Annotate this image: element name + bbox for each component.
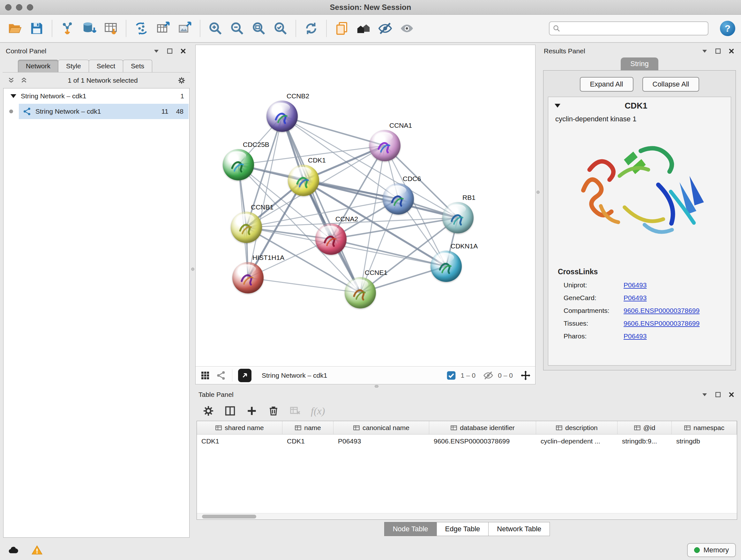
cell-name[interactable]: CDK1 (282, 437, 333, 445)
detach-view-button[interactable] (238, 369, 252, 382)
tab-node-table[interactable]: Node Table (384, 522, 437, 536)
network-node-CCNB1[interactable] (231, 212, 262, 243)
disclosure-triangle-icon[interactable] (10, 94, 16, 98)
horizontal-scrollbar[interactable] (197, 513, 737, 519)
panel-float-icon[interactable] (714, 47, 722, 55)
save-session-button[interactable] (27, 19, 46, 38)
network-node-RB1[interactable] (442, 202, 474, 233)
zoom-selected-button[interactable] (271, 19, 290, 38)
birds-eye-view-icon[interactable] (200, 370, 210, 381)
collapse-all-button[interactable]: Collapse All (643, 77, 699, 91)
tab-sets[interactable]: Sets (123, 60, 152, 72)
table-splitter[interactable] (195, 384, 738, 388)
expand-all-button[interactable]: Expand All (580, 77, 633, 91)
network-node-CCNE1[interactable] (345, 277, 376, 308)
compartments-link[interactable]: 9606.ENSP00000378699 (623, 307, 699, 314)
network-node-CDK1[interactable] (288, 165, 319, 196)
panel-collapse-icon[interactable] (701, 391, 709, 398)
gear-icon[interactable] (178, 76, 186, 84)
zoom-fit-button[interactable] (250, 19, 268, 38)
network-node-CDKN1A[interactable] (430, 251, 462, 282)
collapse-all-icon[interactable] (7, 76, 15, 84)
warnings-button[interactable] (29, 543, 45, 557)
new-network-button[interactable] (132, 19, 151, 38)
panel-collapse-icon[interactable] (152, 47, 160, 55)
panel-close-icon[interactable] (179, 47, 187, 55)
panel-close-icon[interactable] (728, 47, 735, 55)
import-table-from-file-button[interactable] (102, 19, 120, 38)
network-node-CDC6[interactable] (383, 183, 414, 214)
network-collection-row[interactable]: String Network – cdk1 1 (3, 88, 189, 104)
tissues-link[interactable]: 9606.ENSP00000378699 (623, 320, 699, 327)
zoom-in-button[interactable] (206, 19, 225, 38)
splitter-handle[interactable] (191, 267, 194, 271)
tab-network[interactable]: Network (18, 60, 58, 72)
panel-float-icon[interactable] (166, 47, 174, 55)
uniprot-link[interactable]: P06493 (623, 281, 647, 289)
network-node-CCNA2[interactable] (315, 224, 347, 255)
open-session-button[interactable] (6, 19, 24, 38)
table-settings-gear-icon[interactable] (202, 405, 214, 417)
cell-shared-name[interactable]: CDK1 (197, 437, 282, 445)
network-node-CDC25B[interactable] (223, 149, 254, 180)
column-header-name[interactable]: name (282, 421, 333, 434)
search-input[interactable] (549, 21, 709, 36)
cell-canonical-name[interactable]: P06493 (333, 437, 429, 445)
panel-float-icon[interactable] (714, 391, 722, 398)
hidden-eye-slash-icon[interactable] (483, 370, 493, 381)
selected-checkbox-icon[interactable] (446, 370, 456, 381)
cell-database-identifier[interactable]: 9606.ENSP00000378699 (429, 437, 536, 445)
import-network-from-database-button[interactable] (80, 19, 98, 38)
home-views-button[interactable] (354, 19, 373, 38)
cell-description[interactable]: cyclin–dependent ... (536, 437, 617, 445)
fit-content-crosshair-icon[interactable] (521, 370, 531, 381)
delete-column-icon[interactable] (267, 405, 280, 417)
import-network-from-file-button[interactable] (58, 19, 77, 38)
column-header-canonical-name[interactable]: canonical name (333, 421, 429, 434)
show-columns-icon[interactable] (224, 405, 236, 417)
control-splitter[interactable] (190, 45, 195, 538)
cell-id[interactable]: stringdb:9... (617, 437, 672, 445)
copy-document-button[interactable] (333, 19, 351, 38)
column-header-namespace[interactable]: namespac (672, 421, 737, 434)
panel-collapse-icon[interactable] (701, 47, 709, 55)
column-header-id[interactable]: @id (617, 421, 672, 434)
column-header-description[interactable]: description (536, 421, 617, 434)
help-button[interactable]: ? (720, 21, 735, 36)
table-row[interactable]: CDK1 CDK1 P06493 9606.ENSP00000378699 cy… (197, 435, 737, 448)
tab-string[interactable]: String (621, 57, 658, 70)
export-image-button[interactable] (176, 19, 194, 38)
tab-network-table[interactable]: Network Table (488, 522, 550, 536)
splitter-handle[interactable] (375, 385, 379, 388)
column-header-shared-name[interactable]: shared name (197, 421, 282, 434)
refresh-button[interactable] (302, 19, 320, 38)
export-table-button[interactable] (154, 19, 172, 38)
scrollbar-thumb[interactable] (202, 515, 256, 518)
network-node-HIST1H1A[interactable] (232, 262, 264, 294)
results-splitter[interactable] (536, 45, 541, 384)
disclosure-triangle-icon[interactable] (555, 104, 560, 108)
pharos-link[interactable]: P06493 (623, 332, 647, 340)
network-node-CCNA1[interactable] (369, 130, 401, 161)
tab-edge-table[interactable]: Edge Table (436, 522, 489, 536)
network-canvas[interactable]: CCNB2CCNA1CDC25BCDK1CDC6RB1CCNB1CCNA2CDK… (196, 45, 535, 366)
expand-all-icon[interactable] (20, 76, 28, 84)
network-overview-icon[interactable] (216, 370, 226, 381)
hide-panel-button[interactable] (376, 19, 394, 38)
tab-style[interactable]: Style (58, 60, 89, 72)
show-panel-button[interactable] (398, 19, 416, 38)
export-table-icon (156, 21, 171, 36)
zoom-out-button[interactable] (228, 19, 246, 38)
import-database-icon (82, 21, 96, 36)
cloud-status-button[interactable] (5, 543, 22, 557)
column-header-database-identifier[interactable]: database identifier (429, 421, 536, 434)
panel-close-icon[interactable] (728, 391, 735, 398)
network-row-selected[interactable]: String Network – cdk1 11 48 (3, 104, 189, 119)
genecard-link[interactable]: P06493 (623, 294, 647, 302)
add-column-icon[interactable] (246, 405, 258, 417)
tab-select[interactable]: Select (89, 60, 123, 72)
cell-namespace[interactable]: stringdb (672, 437, 737, 445)
network-node-CCNB2[interactable] (266, 101, 298, 132)
memory-button[interactable]: Memory (687, 543, 736, 557)
splitter-handle[interactable] (536, 191, 540, 194)
